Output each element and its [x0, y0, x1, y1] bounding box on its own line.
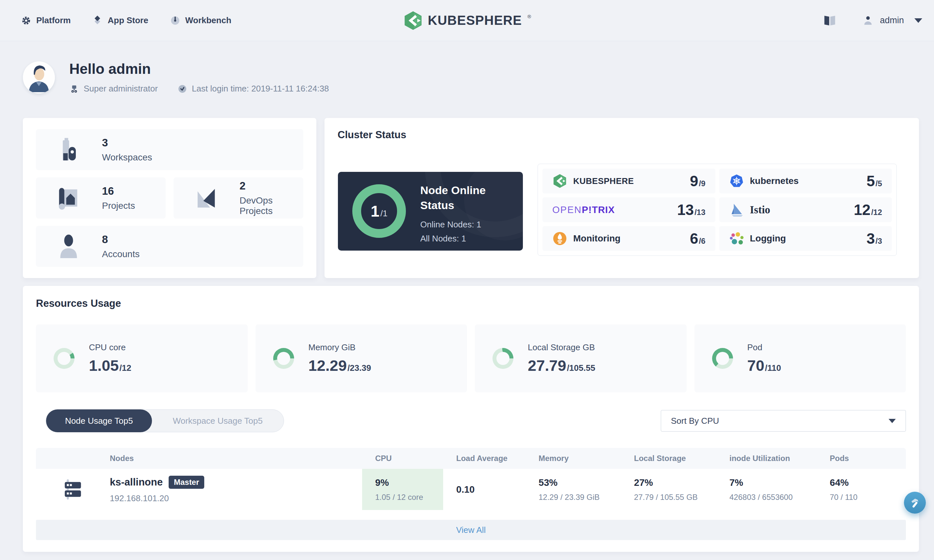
nav-platform[interactable]: Platform: [21, 15, 71, 26]
online-nodes-line: Online Nodes: 1: [420, 220, 515, 230]
cpu-gauge: CPU core 1.05/12: [36, 325, 248, 392]
accounts-icon: [57, 233, 80, 259]
component-total: /3: [876, 237, 882, 246]
memory-percent: 53%: [539, 477, 621, 488]
column-memory: Memory: [526, 448, 621, 469]
cpu-gauge-label: CPU core: [89, 342, 131, 352]
logo-text: KUBESPHERE: [428, 13, 522, 28]
sort-by-select[interactable]: Sort By CPU: [661, 410, 906, 432]
component-value: 5: [866, 172, 875, 190]
component-value: 13: [677, 201, 694, 218]
clock-check-icon: [177, 84, 187, 94]
node-usage-table: Nodes CPU Load Average Memory Local Stor…: [36, 448, 906, 510]
cluster-status-card: Cluster Status 1 /1 Node Online Status O…: [325, 118, 919, 278]
component-kubernetes: kubernetes 5/5: [719, 169, 892, 194]
gear-icon: [21, 15, 31, 26]
documentation-button[interactable]: [823, 14, 837, 27]
accounts-stat-tile[interactable]: 8 Accounts: [36, 226, 303, 267]
kubernetes-icon: [729, 174, 744, 189]
devops-stat-tile[interactable]: 2 DevOps Projects: [174, 177, 303, 218]
last-login: Last login time: 2019-11-11 16:24:38: [177, 84, 329, 94]
pods-cell: 64% 70 / 110: [817, 469, 906, 510]
nav-workbench[interactable]: Workbench: [170, 15, 231, 26]
workspaces-stat-tile[interactable]: 3 Workspaces: [36, 129, 303, 170]
component-value: 12: [854, 201, 870, 218]
workbench-gauge-icon: [170, 15, 180, 26]
storage-percent: 27%: [634, 477, 716, 488]
load-average-cell: 0.10: [443, 469, 526, 510]
view-all-link[interactable]: View All: [36, 520, 906, 540]
usage-tabs: Node Usage Top5 Workspace Usage Top5: [46, 409, 284, 432]
column-inode-utilization: inode Utilization: [716, 448, 817, 469]
column-cpu: CPU: [362, 448, 443, 469]
component-total: /6: [699, 237, 705, 246]
user-icon: [862, 15, 874, 26]
last-login-label: Last login time: 2019-11-11 16:24:38: [192, 84, 329, 94]
cpu-gauge-value: 1.05: [89, 357, 118, 374]
logo-registered-mark: ®: [528, 14, 531, 19]
main-nav: Platform App Store Workbench: [21, 15, 231, 26]
table-header: Nodes CPU Load Average Memory Local Stor…: [36, 448, 906, 469]
projects-stat-tile[interactable]: 16 Projects: [36, 177, 166, 218]
user-menu[interactable]: admin: [862, 15, 922, 26]
tab-workspace-usage-top5[interactable]: Workspace Usage Top5: [152, 416, 284, 426]
column-local-storage: Local Storage: [621, 448, 716, 469]
table-row[interactable]: ks-allinone Master 192.168.101.20 9% 1.0…: [36, 469, 906, 510]
kubesphere-icon: [552, 174, 567, 189]
total-node-count: /1: [380, 208, 388, 218]
hammer-icon: [909, 497, 921, 509]
hero-section: Hello admin Super administrator La: [23, 61, 919, 94]
online-node-count: 1: [371, 202, 379, 220]
memory-gauge-total: /23.39: [348, 363, 371, 373]
top-navigation-bar: Platform App Store Workbench KUBESPHERE: [0, 0, 934, 41]
local-storage-cell: 27% 27.79 / 105.55 GB: [621, 469, 716, 510]
component-total: /12: [871, 208, 882, 217]
book-icon: [823, 14, 837, 27]
cluster-status-title: Cluster Status: [338, 129, 906, 141]
user-name: admin: [880, 15, 904, 26]
projects-icon: [56, 186, 81, 211]
component-name: Istio: [750, 204, 770, 216]
tab-node-usage-top5[interactable]: Node Usage Top5: [46, 409, 152, 432]
column-load-average: Load Average: [443, 448, 526, 469]
resources-usage-card: Resources Usage CPU core 1.05/12 Memory …: [23, 286, 919, 552]
inode-cell: 7% 426803 / 6553600: [716, 469, 817, 510]
pods-percent: 64%: [830, 477, 906, 488]
component-total: /5: [876, 179, 882, 188]
all-nodes-line: All Nodes: 1: [420, 234, 515, 244]
storage-gauge-total: /105.55: [567, 363, 595, 373]
app-store-icon: [92, 15, 103, 26]
pod-gauge-total: /110: [765, 363, 781, 373]
memory-gauge-label: Memory GiB: [308, 342, 371, 352]
pod-gauge-value: 70: [748, 357, 765, 374]
node-online-title: Node Online Status: [420, 183, 515, 213]
resource-gauges: CPU core 1.05/12 Memory GiB 12.29/23.39 …: [36, 325, 906, 392]
component-name: Logging: [750, 233, 786, 244]
user-role: Super administrator: [69, 84, 158, 94]
toolbox-floating-button[interactable]: [904, 492, 926, 514]
node-online-ring: 1 /1: [352, 184, 406, 238]
chevron-down-icon: [914, 18, 922, 23]
component-value: 9: [690, 172, 699, 190]
column-nodes: Nodes: [110, 454, 362, 463]
user-role-label: Super administrator: [84, 84, 158, 94]
pods-detail: 70 / 110: [830, 493, 906, 502]
cpu-cell: 9% 1.05 / 12 core: [362, 469, 443, 510]
pod-donut: [712, 348, 733, 369]
nav-workbench-label: Workbench: [185, 15, 231, 26]
pod-gauge: Pod 70/110: [694, 325, 906, 392]
devops-label: DevOps Projects: [240, 195, 303, 216]
avatar-illustration: [23, 62, 55, 94]
memory-donut: [273, 348, 294, 369]
devops-projects-icon: [194, 186, 218, 211]
storage-gauge: Local Storage GB 27.79/105.55: [475, 325, 686, 392]
cpu-percent: 9%: [375, 477, 443, 488]
storage-gauge-value: 27.79: [528, 357, 566, 374]
storage-gauge-label: Local Storage GB: [528, 342, 595, 352]
component-kubesphere: KUBESPHERE 9/9: [543, 169, 716, 194]
workspaces-label: Workspaces: [102, 152, 152, 163]
component-total: /13: [694, 208, 705, 217]
nav-app-store[interactable]: App Store: [92, 15, 148, 26]
kubesphere-logo[interactable]: KUBESPHERE ®: [403, 11, 531, 31]
projects-count: 16: [102, 185, 135, 197]
